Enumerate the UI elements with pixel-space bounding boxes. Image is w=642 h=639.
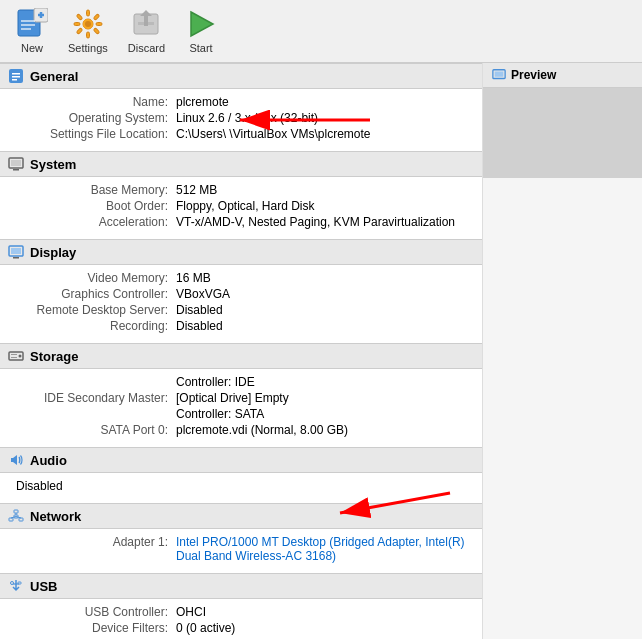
graphics-label: Graphics Controller:: [16, 287, 176, 301]
sata-label: SATA Port 0:: [16, 423, 176, 437]
ctrl2-value: Controller: SATA: [176, 407, 466, 421]
svg-rect-23: [12, 73, 20, 75]
display-icon: [8, 244, 24, 260]
svg-rect-11: [96, 23, 102, 26]
settings-button[interactable]: Settings: [60, 4, 116, 58]
usb-icon: [8, 578, 24, 594]
network-icon: [8, 508, 24, 524]
usb-controller-value: OHCI: [176, 605, 466, 619]
network-header: Network: [30, 509, 81, 524]
ctrl1-value: Controller: IDE: [176, 375, 466, 389]
settings-file-value: C:\Users\ \VirtualBox VMs\plcremote: [176, 127, 466, 141]
name-label: Name:: [16, 95, 176, 109]
svg-rect-45: [18, 582, 21, 584]
recording-label: Recording:: [16, 319, 176, 333]
toolbar: New Settings: [0, 0, 642, 63]
video-label: Video Memory:: [16, 271, 176, 285]
settings-file-label: Settings File Location:: [16, 127, 176, 141]
svg-rect-20: [138, 22, 154, 25]
svg-point-44: [11, 582, 14, 585]
preview-header: Preview: [511, 68, 556, 82]
video-value: 16 MB: [176, 271, 466, 285]
svg-rect-10: [74, 23, 80, 26]
svg-rect-27: [13, 169, 19, 171]
ide-sec-label: IDE Secondary Master:: [16, 391, 176, 405]
preview-panel: Preview: [482, 63, 642, 639]
boot-label: Boot Order:: [16, 199, 176, 213]
svg-rect-13: [93, 14, 99, 20]
svg-rect-12: [76, 14, 82, 20]
preview-icon: [491, 67, 507, 83]
usb-header: USB: [30, 579, 57, 594]
svg-rect-6: [21, 28, 31, 30]
memory-label: Base Memory:: [16, 183, 176, 197]
general-header: General: [30, 69, 78, 84]
svg-rect-31: [13, 257, 19, 259]
accel-value: VT-x/AMD-V, Nested Paging, KVM Paravirtu…: [176, 215, 466, 229]
name-value: plcremote: [176, 95, 466, 109]
system-icon: [8, 156, 24, 172]
svg-marker-21: [191, 12, 213, 36]
remote-label: Remote Desktop Server:: [16, 303, 176, 317]
preview-body: [483, 88, 642, 178]
svg-point-33: [19, 355, 22, 358]
svg-rect-39: [14, 510, 18, 513]
remote-value: Disabled: [176, 303, 466, 317]
svg-rect-38: [19, 518, 23, 521]
svg-rect-30: [11, 248, 21, 254]
display-header: Display: [30, 245, 76, 260]
audio-section: Audio Disabled: [0, 447, 482, 503]
svg-rect-5: [21, 24, 35, 26]
audio-header: Audio: [30, 453, 67, 468]
usb-controller-label: USB Controller:: [16, 605, 176, 619]
boot-value: Floppy, Optical, Hard Disk: [176, 199, 466, 213]
svg-rect-15: [93, 28, 99, 34]
storage-header: Storage: [30, 349, 78, 364]
svg-rect-25: [12, 79, 17, 81]
svg-point-17: [85, 21, 91, 27]
usb-section: USB USB Controller: OHCI Device Filters:…: [0, 573, 482, 639]
audio-value: Disabled: [16, 479, 466, 493]
svg-rect-14: [76, 28, 82, 34]
ide-sec-value: [Optical Drive] Empty: [176, 391, 466, 405]
adapter-label: Adapter 1:: [16, 535, 176, 549]
audio-icon: [8, 452, 24, 468]
network-section: Network Adapter 1: Intel PRO/1000 MT Des…: [0, 503, 482, 573]
svg-rect-28: [11, 160, 21, 166]
usb-filters-value: 0 (0 active): [176, 621, 466, 635]
start-button[interactable]: Start: [177, 4, 225, 58]
new-button[interactable]: New: [8, 4, 56, 58]
usb-filters-label: Device Filters:: [16, 621, 176, 635]
svg-rect-24: [12, 76, 20, 78]
os-label: Operating System:: [16, 111, 176, 125]
svg-rect-9: [86, 32, 89, 38]
os-value: Linux 2.6 / 3.x / 4.x (32-bit): [176, 111, 466, 125]
system-header: System: [30, 157, 76, 172]
svg-rect-8: [86, 10, 89, 16]
general-section: General Name: plcremote Operating System…: [0, 63, 482, 151]
display-section: Display Video Memory: 16 MB Graphics Con…: [0, 239, 482, 343]
adapter-value: Intel PRO/1000 MT Desktop (Bridged Adapt…: [176, 535, 466, 563]
svg-rect-4: [21, 20, 35, 22]
general-icon: [8, 68, 24, 84]
svg-rect-36: [9, 518, 13, 521]
storage-section: Storage Controller: IDE IDE Secondary Ma…: [0, 343, 482, 447]
svg-rect-52: [495, 72, 504, 77]
svg-rect-34: [11, 354, 17, 355]
storage-icon: [8, 348, 24, 364]
sata-value: plcremote.vdi (Normal, 8.00 GB): [176, 423, 466, 437]
accel-label: Acceleration:: [16, 215, 176, 229]
graphics-value: VBoxVGA: [176, 287, 466, 301]
system-section: System Base Memory: 512 MB Boot Order: F…: [0, 151, 482, 239]
recording-value: Disabled: [176, 319, 466, 333]
memory-value: 512 MB: [176, 183, 466, 197]
discard-button[interactable]: Discard: [120, 4, 173, 58]
svg-rect-35: [11, 357, 17, 358]
